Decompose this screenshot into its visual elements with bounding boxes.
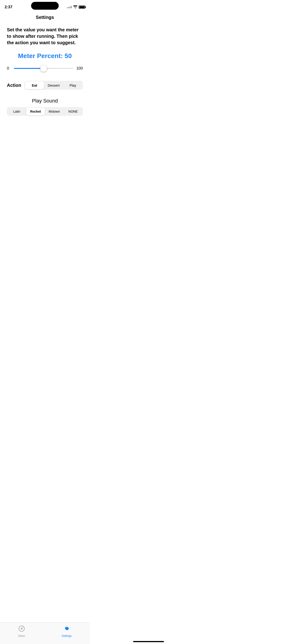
status-time: 2:37 <box>4 5 12 10</box>
play-sound-label: Play Sound <box>32 98 58 104</box>
status-icons <box>67 5 85 9</box>
action-row: Action Eat Dessert Play <box>0 81 90 90</box>
sound-segmented-control: Latin Rocket Motown NONE <box>7 107 83 116</box>
page-title: Settings <box>36 15 54 20</box>
slider-max-label: 100 <box>76 66 83 71</box>
status-bar: 2:37 <box>0 0 90 12</box>
slider-track[interactable] <box>14 68 73 69</box>
settings-description: Set the value you want the meter to show… <box>0 26 90 46</box>
sound-segment-motown[interactable]: Motown <box>45 108 64 116</box>
slider-track-wrapper[interactable] <box>14 64 73 72</box>
action-segmented-control: Eat Dessert Play <box>24 81 83 90</box>
meter-percent-label: Meter Percent: 50 <box>18 52 72 60</box>
wifi-icon <box>73 5 77 9</box>
dynamic-island <box>31 2 59 10</box>
meter-slider-container: 0 100 <box>0 64 90 72</box>
action-segment-play[interactable]: Play <box>63 81 82 89</box>
slider-min-label: 0 <box>7 66 10 71</box>
slider-fill <box>14 68 44 69</box>
sound-segment-none[interactable]: NONE <box>64 108 83 116</box>
action-label: Action <box>7 83 21 88</box>
battery-icon <box>79 6 85 9</box>
action-segment-dessert[interactable]: Dessert <box>44 81 63 89</box>
sound-segment-rocket[interactable]: Rocket <box>26 108 45 116</box>
signal-icon <box>67 6 72 8</box>
sound-segment-latin[interactable]: Latin <box>7 108 26 116</box>
action-segment-eat[interactable]: Eat <box>25 81 44 89</box>
slider-thumb[interactable] <box>40 65 47 72</box>
